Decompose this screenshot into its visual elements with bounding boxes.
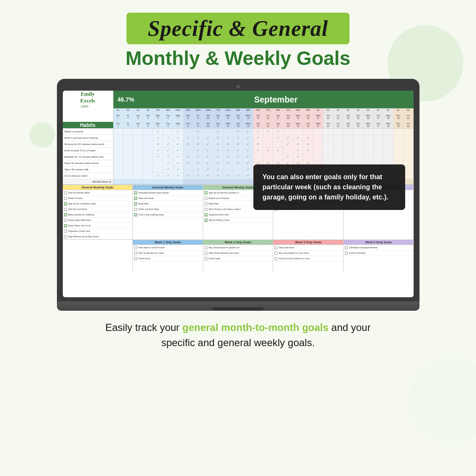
day-header-cell: Fri2 [123,122,133,128]
habit-check: ✓ [243,167,253,172]
habit-check: ✓ [173,167,183,172]
habit-check: ✓ [223,160,234,166]
habit-check: ✓ [293,148,304,153]
day-num-cell: Wed7 [173,113,183,122]
week-only-item: Finish book [203,256,273,261]
habit-row: Meditate for 15 minutes before bed✓✓✓✓✓✓… [63,154,414,160]
goal-text: Meal Plan [209,202,219,205]
habit-check: ✓ [243,135,253,141]
habit-check: ✓ [233,129,243,134]
habit-check [143,129,153,134]
habit-check [343,141,353,147]
habit-check [343,129,353,134]
week-only-item: Plan back to school event [133,245,203,250]
week-only-item: Pay Jenna back for garden tor [203,245,273,250]
goal-checkbox: ✓ [64,224,67,227]
habit-check [223,167,234,172]
day-header-cell: Wed7 [173,122,183,128]
goal-text: Deep Clean Jon's Car [68,224,91,227]
day-num-cell: Mon12 [223,113,234,122]
habit-check: ✓ [213,173,223,179]
ss-percent: 46.7% [118,96,134,103]
habit-check: ✓ [193,154,203,160]
goal-checkbox [64,235,67,238]
habit-check: ✓ [273,129,283,134]
pct-band: 0% [383,108,393,113]
habit-check [393,135,403,141]
habit-check [393,141,403,147]
habit-check [403,154,414,160]
goal-checkbox: ✓ [134,202,137,205]
day-header-cell: Tue20 [303,122,313,128]
day-header-cell: Fri16 [264,122,274,128]
habit-check: ✓ [173,154,183,160]
habit-check [323,154,333,160]
bottom-before: Easily track your [105,322,183,333]
subtitle: Monthly & Weekly Goals [126,47,350,70]
wd-val [213,179,223,184]
day-num-cell: Fri23 [333,113,344,122]
habit-check [353,135,363,141]
habit-check [293,129,304,134]
ss-pct-bands: 0%0%0%0%75%88%100%88%100%100%75%100%83%8… [113,108,414,113]
habit-check [133,167,143,172]
goal-checkbox [64,219,67,222]
habit-check: ✓ [163,141,173,147]
habit-check: ✓ [223,135,234,141]
habit-check [383,135,393,141]
day-num-cell: Fri2 [123,113,133,122]
habit-check [183,167,194,172]
week-only-text: Buy new books for next mont [279,252,309,254]
habit-check: ✓ [203,135,213,141]
habit-check [323,129,333,134]
habit-check [323,148,333,153]
habit-check [403,148,414,153]
habit-check: ✓ [213,141,223,147]
day-num-cell: Mon5 [153,113,163,122]
habit-name: Workout for 30 minutes before work [63,141,113,147]
habit-check: ✓ [233,135,243,141]
day-num-cell: Fri16 [264,113,274,122]
ss-month-cell: 46.7% September [113,91,414,108]
habit-name: Talk a 45 minute walk [63,167,113,172]
habit-name: Meditate for 15 minutes before bed [63,154,113,160]
day-num-cell: Fri30 [403,113,414,122]
pct-band: 0% [403,108,414,113]
habit-check [303,129,313,134]
habit-check: ✓ [183,154,194,160]
habit-row: Watch a simenar✓✓✓✓✓✓✓✓✓ [63,129,414,135]
wd-val [223,179,234,184]
day-header-cell: Mon12 [223,122,234,128]
habit-check: ✓ [283,135,293,141]
wd-val [203,179,213,184]
habit-check: ✓ [183,173,194,179]
habit-check [383,148,393,153]
habit-check: ✓ [213,154,223,160]
habit-check [183,148,194,153]
day-num-cell: Sun4 [143,113,153,122]
weekly-goals-header: General Weekly Goals [133,185,203,190]
wd-val [183,179,194,184]
week-only-checkbox [204,252,207,255]
day-num-cell: Thu22 [323,113,333,122]
habit-check: ✓ [243,141,253,147]
goal-text: Reach out to Alyssa [209,197,229,199]
week-only-checkbox [274,252,277,255]
goal-text: Meal Plan [138,202,148,205]
habit-check: ✓ [223,148,234,153]
day-header-cell: Sat24 [343,122,353,128]
day-num-cell: Sat3 [133,113,143,122]
week-only-col: Week 1 Only GoalsPlan back to school eve… [133,240,203,272]
goal-checkbox: ✓ [64,213,67,216]
habit-check: ✓ [193,173,203,179]
habit-check [113,167,124,172]
day-header-cell: Thu8 [183,122,194,128]
goal-text: Sign up for a workout class [68,202,96,205]
week-only-item: Ask jon to buy tickets for Larry [273,256,343,261]
habit-check: ✓ [243,148,253,153]
habit-check [374,141,384,147]
day-num-cell: Sun11 [213,113,223,122]
habit-check: ✓ [153,135,163,141]
habit-check [333,154,344,160]
goal-item: ✓Meal Plan [133,201,203,207]
